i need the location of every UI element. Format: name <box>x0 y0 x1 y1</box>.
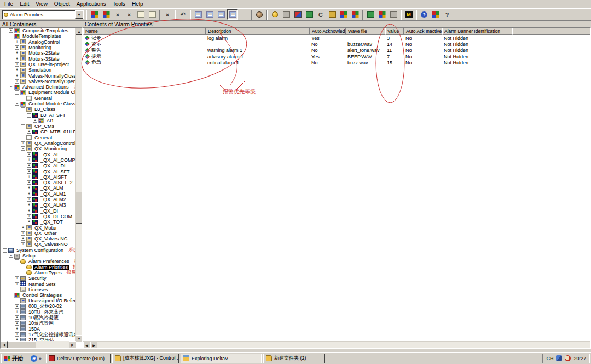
assign-user-button[interactable] <box>281 9 292 20</box>
tree-node-label[interactable]: Control Strategies <box>21 292 63 298</box>
container-tree[interactable]: +CompositeTemplates−ModuleTemplates+Anal… <box>1 28 76 342</box>
expand-icon[interactable]: + <box>15 40 19 44</box>
collapse-icon[interactable]: − <box>21 124 25 128</box>
expand-icon[interactable]: + <box>15 68 19 72</box>
tree-node-label[interactable]: _QX_AISFT <box>39 174 68 180</box>
expand-icon[interactable]: + <box>27 130 31 134</box>
expand-icon[interactable]: + <box>15 304 19 309</box>
scroll-left-icon[interactable]: ◀ <box>1 341 8 348</box>
tree-item-compositetemplates[interactable]: +CompositeTemplates <box>1 28 76 33</box>
expand-icon[interactable]: + <box>15 315 19 320</box>
tree-node-label[interactable]: Licenses <box>27 287 49 292</box>
expand-icon[interactable]: + <box>15 276 19 280</box>
expand-icon[interactable]: + <box>27 169 31 174</box>
tree-item--qx-alm1[interactable]: +_QX_ALM1 <box>1 191 76 197</box>
tree-item--qx-alm[interactable]: +_QX_ALM <box>1 185 76 191</box>
tree-item--qx-alm2[interactable]: +_QX_ALM2 <box>1 197 76 202</box>
green-table-button[interactable] <box>365 9 376 20</box>
tree-item-10-[interactable]: +10蒸汽管网 <box>1 320 76 326</box>
container-combo[interactable]: Alarm Priorities ▼ <box>2 10 84 19</box>
scroll-down-icon[interactable]: ▼ <box>76 335 83 342</box>
tree-item-qx-analogcontrol[interactable]: +QX_AnalogControl <box>1 140 76 146</box>
tree-node-label[interactable]: Motors-3State <box>27 56 61 62</box>
menu-object[interactable]: Object <box>51 1 73 8</box>
expand-icon[interactable]: + <box>27 158 31 162</box>
tree-item-simulation[interactable]: +Simulation <box>1 67 76 73</box>
tree-item-control-strategies[interactable]: −Control Strategies <box>1 292 76 298</box>
tree-item--qx-aisft-2[interactable]: +_QX_AISFT_2 <box>1 180 76 185</box>
tree-node-label[interactable]: _QX_DI <box>39 208 59 214</box>
expand-icon[interactable]: + <box>21 231 25 236</box>
menu-tools[interactable]: Tools <box>109 1 129 8</box>
tree-node-label[interactable]: ModuleTemplates <box>21 33 62 39</box>
tree-item-alarm-priorities[interactable]: Alarm Priorities报警等级 <box>1 264 76 269</box>
tree-item-bj-class[interactable]: −BJ_Class <box>1 107 76 112</box>
tree-item-analogcontrol[interactable]: +AnalogControl <box>1 39 76 45</box>
expand-icon[interactable]: + <box>27 209 31 213</box>
tree-node-label[interactable]: _QX_ALM <box>39 185 65 191</box>
tree-node-label[interactable]: _QX_ALM2 <box>39 197 67 202</box>
column-header-value[interactable]: Value <box>385 28 404 35</box>
language-indicator[interactable]: CH <box>546 356 553 361</box>
expand-icon[interactable]: + <box>27 220 31 224</box>
tree-item-qx-use-in-project[interactable]: +QX_Use-in-project <box>1 62 76 67</box>
expand-icon[interactable]: + <box>15 62 19 67</box>
expand-icon[interactable]: + <box>21 226 25 230</box>
tray-network-icon[interactable] <box>556 355 562 361</box>
tree-item-qx-other[interactable]: +QX_Other <box>1 231 76 236</box>
tree-node-label[interactable]: CP_CMs <box>33 124 55 129</box>
tree-node-label[interactable]: _QX_AI_SFT <box>39 169 71 174</box>
module-table-alt-button[interactable] <box>350 9 361 20</box>
tree-item-motors-2state[interactable]: +Motors-2State <box>1 50 76 56</box>
tree-node-label[interactable]: Control Module Classes <box>27 101 76 107</box>
context-help-button[interactable]: ? <box>442 9 453 20</box>
expand-icon[interactable]: + <box>27 186 31 190</box>
tree-node-label[interactable]: Alarm Types <box>33 270 63 275</box>
tree-item--qx-ai-sft[interactable]: +_QX_AI_SFT <box>1 168 76 174</box>
cut-button[interactable]: × <box>112 9 123 20</box>
tray-alarm-icon[interactable] <box>565 355 571 361</box>
column-header-name[interactable]: Name <box>83 28 206 35</box>
tree-node-label[interactable]: Motors-2State <box>27 50 61 56</box>
tree-item-licenses[interactable]: Licenses <box>1 287 76 292</box>
smalls-view-icon-button[interactable] <box>204 9 215 20</box>
collapse-icon[interactable]: − <box>15 259 19 263</box>
tree-item-setup[interactable]: −Setup <box>1 253 76 259</box>
scroll-up-icon[interactable]: ▲ <box>76 28 83 35</box>
tree-node-label[interactable]: AnalogControl <box>27 39 61 45</box>
expand-icon[interactable]: + <box>27 197 31 202</box>
details-view-button[interactable] <box>227 9 238 20</box>
collapse-icon[interactable]: − <box>21 146 25 151</box>
quick-launch-more[interactable]: » <box>39 356 42 361</box>
collapse-icon[interactable]: − <box>15 90 19 95</box>
tree-item-monitoring[interactable]: +Monitoring <box>1 45 76 50</box>
expand-icon[interactable]: + <box>15 282 19 286</box>
list-view-button[interactable] <box>216 9 227 20</box>
collapse-icon[interactable]: − <box>9 34 13 38</box>
tree-node-label[interactable]: General <box>33 135 53 140</box>
tree-item-valves-normallyclosed[interactable]: +Valves-NormallyClosed <box>1 73 76 78</box>
internet-explorer-icon[interactable]: e <box>31 355 37 362</box>
tree-item--qx-di-com[interactable]: +_QX_DI_COM <box>1 214 76 219</box>
tree-item--qx-alm3[interactable]: +_QX_ALM3 <box>1 202 76 208</box>
tree-node-label[interactable]: AI1 <box>45 118 55 124</box>
expand-icon[interactable]: + <box>27 192 31 196</box>
tree-item-general[interactable]: General <box>1 135 76 140</box>
expand-icon[interactable]: + <box>15 327 19 331</box>
tree-item-motors-3state[interactable]: +Motors-3State <box>1 56 76 61</box>
tree-node-label[interactable]: Setup <box>21 253 37 259</box>
tree-item-security[interactable]: +Security <box>1 275 76 281</box>
scrollbar-thumb[interactable] <box>8 341 36 348</box>
tree-node-label[interactable]: BJ_Class <box>33 107 56 112</box>
tree-node-label[interactable]: _QX_AI_COMP <box>39 157 76 163</box>
expand-icon[interactable]: + <box>15 57 19 61</box>
tree-node-label[interactable]: _QX_AI <box>39 152 59 157</box>
tree-item-qx-valves-no[interactable]: +QX_Valves-NO <box>1 242 76 247</box>
expand-icon[interactable]: + <box>15 321 19 326</box>
tree-item-qx-valves-nc[interactable]: +QX_Valves-NC <box>1 236 76 242</box>
tree-node-label[interactable]: Named Sets <box>27 281 57 287</box>
tree-node-label[interactable]: Alarm Priorities <box>33 265 69 270</box>
expand-icon[interactable]: + <box>15 79 19 84</box>
collapse-icon[interactable]: − <box>9 254 13 258</box>
column-header-description[interactable]: Description <box>206 28 310 35</box>
